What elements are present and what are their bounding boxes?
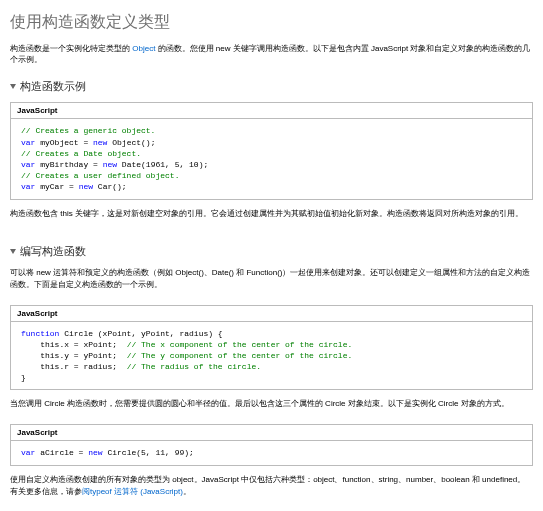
code-lang-label: JavaScript [11, 306, 532, 322]
paragraph-4: 使用自定义构造函数创建的所有对象的类型为 object。JavaScript 中… [10, 474, 533, 498]
page-title: 使用构造函数定义类型 [10, 12, 533, 33]
section-title-1: 构造函数示例 [20, 79, 86, 94]
section-title-2: 编写构造函数 [20, 244, 86, 259]
chevron-down-icon[interactable] [10, 84, 16, 89]
code-block-3: JavaScript var aCircle = new Circle(5, 1… [10, 424, 533, 465]
chevron-down-icon[interactable] [10, 249, 16, 254]
intro-text-before: 构造函数是一个实例化特定类型的 [10, 44, 132, 53]
code-content-3: var aCircle = new Circle(5, 11, 99); [11, 441, 532, 464]
typeof-link[interactable]: 阅typeof 运算符 (JavaScript) [82, 487, 183, 496]
intro-paragraph: 构造函数是一个实例化特定类型的 Object 的函数。您使用 new 关键字调用… [10, 43, 533, 65]
paragraph-1: 构造函数包含 this 关键字，这是对新创建空对象的引用。它会通过创建属性并为其… [10, 208, 533, 220]
p4-text-after: 。 [183, 487, 191, 496]
paragraph-3: 当您调用 Circle 构造函数时，您需要提供圆的圆心和半径的值。最后以包含这三… [10, 398, 533, 410]
section-constructor-examples: 构造函数示例 [10, 79, 533, 94]
code-lang-label: JavaScript [11, 425, 532, 441]
section-writing-constructors: 编写构造函数 [10, 244, 533, 259]
code-content-2: function Circle (xPoint, yPoint, radius)… [11, 322, 532, 390]
paragraph-2: 可以将 new 运算符和预定义的构造函数（例如 Object()、Date() … [10, 267, 533, 291]
code-block-1: JavaScript // Creates a generic object. … [10, 102, 533, 199]
code-lang-label: JavaScript [11, 103, 532, 119]
object-link[interactable]: Object [132, 44, 155, 53]
code-block-2: JavaScript function Circle (xPoint, yPoi… [10, 305, 533, 391]
code-content-1: // Creates a generic object. var myObjec… [11, 119, 532, 198]
